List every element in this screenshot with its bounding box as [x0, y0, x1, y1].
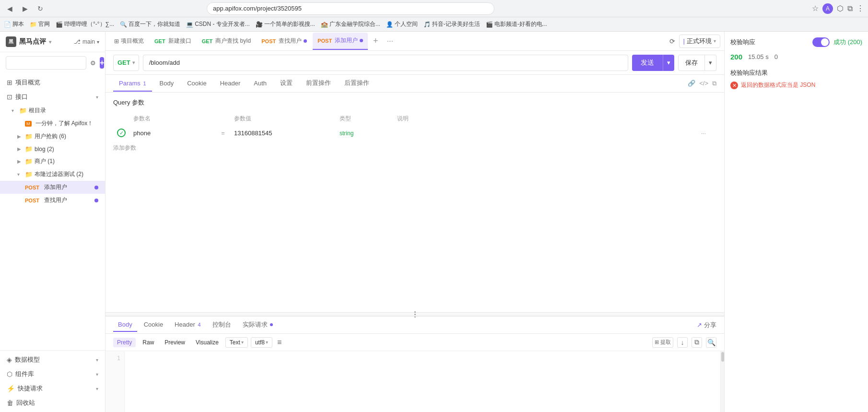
sidebar-item-data-model[interactable]: ◈ 数据模型 ▾ — [0, 353, 105, 367]
bookmark-8[interactable]: 🎵 抖音-记录美好生活 — [423, 20, 480, 28]
sidebar-brand[interactable]: 黑 黑马点评 ▾ — [6, 36, 51, 47]
bookmark-0[interactable]: 📄 脚本 — [4, 20, 24, 28]
resp-header-badge: 4 — [198, 322, 200, 328]
tab-find-user[interactable]: POST 查找用户 — [257, 33, 312, 50]
sidebar-search-input[interactable] — [6, 56, 86, 70]
url-input[interactable] — [143, 55, 628, 71]
refresh-icon[interactable]: ⟳ — [669, 37, 675, 45]
sidebar-item-overview[interactable]: ⊞ 项目概览 — [0, 75, 105, 90]
extensions-icon[interactable]: ⬡ — [837, 4, 844, 13]
bookmark-1[interactable]: 📁 官网 — [30, 20, 50, 28]
bookmark-4[interactable]: 💻 CSDN - 专业开发者... — [186, 20, 250, 28]
req-tab-settings[interactable]: 设置 — [274, 75, 298, 92]
add-button[interactable]: + — [100, 57, 104, 69]
env-selector[interactable]: | 正式环境 ▾ — [679, 35, 720, 48]
link-icon[interactable]: 🔗 — [688, 80, 695, 87]
param-name-cell[interactable]: phone — [129, 125, 216, 141]
req-tab-body[interactable]: Body — [154, 76, 180, 92]
copy-icon[interactable]: ⧉ — [712, 80, 716, 87]
code-icon[interactable]: </> — [699, 80, 708, 87]
resp-tab-header[interactable]: Header 4 — [170, 318, 205, 332]
tab-overview[interactable]: ⊞ 项目概览 — [109, 33, 149, 50]
tab-new-api[interactable]: GET 新建接口 — [150, 33, 196, 50]
req-tab-cookie[interactable]: Cookie — [181, 76, 212, 92]
filter-button[interactable]: ⚙ — [90, 57, 96, 69]
resp-tab-body[interactable]: Body — [113, 318, 137, 332]
tree-merchant[interactable]: ▶ 📁 商户 (1) — [0, 155, 105, 168]
save-dropdown-button[interactable]: ▾ — [705, 55, 716, 71]
search-response-button[interactable]: 🔍 — [706, 337, 716, 348]
tree-blog[interactable]: ▶ 📁 blog (2) — [0, 143, 105, 155]
req-tab-params[interactable]: Params 1 — [113, 76, 152, 92]
tab-merchant-find[interactable]: GET 商户查找 byId — [197, 33, 256, 50]
code-area[interactable] — [125, 351, 720, 412]
send-dropdown-button[interactable]: ▾ — [663, 55, 674, 71]
tree-add-user[interactable]: POST 添加用户 — [0, 181, 105, 194]
req-tab-header[interactable]: Header — [214, 76, 246, 92]
extract-button[interactable]: ⊞ 提取 — [652, 337, 673, 348]
menu-icon[interactable]: ⋮ — [856, 4, 864, 13]
text-format-selector[interactable]: Text ▾ — [225, 337, 248, 348]
app-container: 黑 黑马点评 ▾ ⎇ main ▾ ⚙ + ⊞ 项目概览 ⊡ 接口 ▾ — [0, 32, 868, 412]
refresh-button[interactable]: ↻ — [35, 3, 46, 14]
bookmark-2[interactable]: 🎬 哔哩哔哩（°-°）∑... — [56, 20, 114, 28]
bloom-folder-icon: 📁 — [25, 171, 33, 178]
bookmark-7[interactable]: 👤 个人空间 — [386, 20, 418, 28]
sidebar-item-api[interactable]: ⊡ 接口 ▾ — [0, 90, 105, 104]
encoding-selector[interactable]: utf8 ▾ — [251, 337, 272, 348]
bookmark-6[interactable]: 🏫 广东金融学院综合... — [321, 20, 380, 28]
new-tab-button[interactable]: + — [369, 35, 382, 48]
add-param-button[interactable]: 添加参数 — [113, 141, 716, 155]
visualize-button[interactable]: Visualize — [192, 338, 223, 347]
address-bar[interactable]: app.apifox.com/project/3520595 — [207, 2, 494, 15]
share-button[interactable]: ↗ 分享 — [697, 321, 716, 330]
window-icon[interactable]: ⧉ — [847, 4, 853, 13]
back-button[interactable]: ◀ — [4, 3, 15, 14]
param-desc-cell[interactable] — [393, 125, 697, 141]
raw-button[interactable]: Raw — [139, 338, 158, 347]
tree-user-purchase[interactable]: ▶ 📁 用户抢购 (6) — [0, 130, 105, 143]
bookmark-9[interactable]: 🎬 电影频道-好看的电... — [486, 20, 547, 28]
param-type-cell[interactable]: string — [336, 125, 393, 141]
drag-handle[interactable] — [106, 312, 724, 316]
save-button[interactable]: 保存 — [678, 55, 705, 71]
param-value-cell[interactable]: 13160881545 — [230, 125, 336, 141]
query-label: Query — [113, 99, 132, 106]
pretty-button[interactable]: Pretty — [113, 338, 136, 347]
resp-tab-cookie[interactable]: Cookie — [139, 318, 168, 332]
tree-find-user[interactable]: POST 查找用户 — [0, 194, 105, 207]
req-tab-post-script[interactable]: 后置操作 — [339, 75, 375, 92]
tab-add-user[interactable]: POST 添加用户 — [313, 33, 368, 50]
tree-apifox-intro[interactable]: M 一分钟，了解 Apifox！ — [0, 117, 105, 130]
download-button[interactable]: ↓ — [677, 337, 688, 348]
copy-response-button[interactable]: ⧉ — [692, 337, 702, 348]
param-check-icon[interactable]: ✓ — [117, 129, 126, 137]
send-button[interactable]: 发送 — [632, 55, 663, 71]
bookmark-5[interactable]: 🎥 一个简单的影视搜... — [256, 20, 315, 28]
preview-button[interactable]: Preview — [161, 338, 189, 347]
forward-button[interactable]: ▶ — [19, 3, 31, 14]
param-more-button[interactable]: ··· — [701, 130, 706, 137]
bookmark-3[interactable]: 🔍 百度一下，你就知道 — [120, 20, 180, 28]
req-tab-auth[interactable]: Auth — [248, 76, 272, 92]
profile-icon[interactable]: A — [822, 3, 833, 14]
components-icon: ⬡ — [7, 370, 12, 378]
tree-bloom-filter[interactable]: ▾ 📁 布隆过滤器测试 (2) — [0, 168, 105, 181]
star-icon[interactable]: ☆ — [812, 4, 819, 13]
request-bar: GET ▾ 发送 ▾ 保存 ▾ — [106, 51, 724, 75]
sidebar-item-recycle[interactable]: 🗑 回收站 — [0, 396, 105, 410]
sidebar-item-quick-request[interactable]: ⚡ 快捷请求 ▾ — [0, 381, 105, 396]
param-value-text: 13160881545 — [234, 129, 272, 137]
resp-tab-actual[interactable]: 实际请求 — [238, 318, 278, 333]
tab-more-button[interactable]: ··· — [383, 35, 397, 48]
sidebar-item-components[interactable]: ⬡ 组件库 ▾ — [0, 367, 105, 381]
req-tab-pre-script[interactable]: 前置操作 — [300, 75, 337, 92]
right-panel: 校验响应 成功 (200) 200 15.05 s 0 校验响应结果 ✕ 返回的… — [724, 32, 868, 412]
validation-toggle[interactable] — [812, 37, 830, 47]
vertical-scrollbar[interactable] — [720, 351, 724, 412]
resp-tab-console[interactable]: 控制台 — [208, 318, 236, 333]
method-selector[interactable]: GET ▾ — [113, 55, 139, 71]
branch-selector[interactable]: ⎇ main ▾ — [74, 38, 99, 45]
format-icon[interactable]: ≡ — [277, 338, 282, 347]
tree-root-folder[interactable]: ▾ 📁 根目录 — [0, 104, 105, 117]
